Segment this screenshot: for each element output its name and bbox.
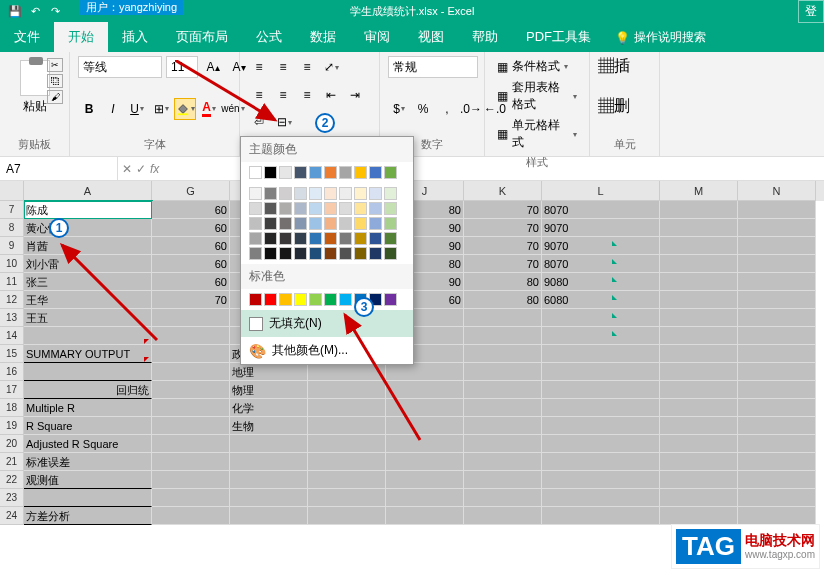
- cell-K19[interactable]: [464, 417, 542, 435]
- login-button[interactable]: 登: [798, 0, 824, 23]
- color-swatch[interactable]: [369, 187, 382, 200]
- row-header-17[interactable]: 17: [0, 381, 24, 399]
- cell-A19[interactable]: R Square: [24, 417, 152, 435]
- color-swatch[interactable]: [249, 217, 262, 230]
- cell-A18[interactable]: Multiple R: [24, 399, 152, 417]
- tab-data[interactable]: 数据: [296, 22, 350, 52]
- color-swatch[interactable]: [279, 247, 292, 260]
- color-swatch[interactable]: [309, 217, 322, 230]
- row-header-23[interactable]: 23: [0, 489, 24, 507]
- cell-A22[interactable]: 观测值: [24, 471, 152, 489]
- col-header-L[interactable]: L: [542, 181, 660, 201]
- cell-A23[interactable]: [24, 489, 152, 507]
- row-header-19[interactable]: 19: [0, 417, 24, 435]
- color-swatch[interactable]: [294, 202, 307, 215]
- align-bottom-icon[interactable]: ≡: [296, 56, 318, 78]
- row-header-7[interactable]: 7: [0, 201, 24, 219]
- cell-L12[interactable]: 6080: [542, 291, 660, 309]
- color-swatch[interactable]: [369, 247, 382, 260]
- tab-review[interactable]: 审阅: [350, 22, 404, 52]
- color-swatch[interactable]: [249, 232, 262, 245]
- color-swatch[interactable]: [309, 166, 322, 179]
- cell-N22[interactable]: [738, 471, 816, 489]
- cell-N10[interactable]: [738, 255, 816, 273]
- color-swatch[interactable]: [339, 166, 352, 179]
- cell-M11[interactable]: [660, 273, 738, 291]
- cell-J23[interactable]: [386, 489, 464, 507]
- row-header-16[interactable]: 16: [0, 363, 24, 381]
- cell-J21[interactable]: [386, 453, 464, 471]
- cell-I21[interactable]: [308, 453, 386, 471]
- color-swatch[interactable]: [294, 293, 307, 306]
- cell-M8[interactable]: [660, 219, 738, 237]
- color-swatch[interactable]: [264, 293, 277, 306]
- enter-formula-icon[interactable]: ✓: [136, 162, 146, 176]
- undo-icon[interactable]: ↶: [28, 4, 42, 18]
- cell-L9[interactable]: 9070: [542, 237, 660, 255]
- row-header-11[interactable]: 11: [0, 273, 24, 291]
- cell-L22[interactable]: [542, 471, 660, 489]
- color-swatch[interactable]: [279, 232, 292, 245]
- color-swatch[interactable]: [324, 166, 337, 179]
- color-swatch[interactable]: [264, 166, 277, 179]
- color-swatch[interactable]: [264, 247, 277, 260]
- format-as-table-button[interactable]: ▦套用表格格式▾: [493, 77, 581, 115]
- cell-K12[interactable]: 80: [464, 291, 542, 309]
- color-swatch[interactable]: [294, 232, 307, 245]
- align-right-icon[interactable]: ≡: [296, 84, 318, 106]
- cell-M20[interactable]: [660, 435, 738, 453]
- row-header-24[interactable]: 24: [0, 507, 24, 525]
- color-swatch[interactable]: [339, 232, 352, 245]
- cell-K16[interactable]: [464, 363, 542, 381]
- cell-A8[interactable]: 黄心怡: [24, 219, 152, 237]
- cell-K14[interactable]: [464, 327, 542, 345]
- row-header-12[interactable]: 12: [0, 291, 24, 309]
- color-swatch[interactable]: [309, 232, 322, 245]
- format-painter-icon[interactable]: 🖌: [47, 90, 63, 104]
- color-swatch[interactable]: [324, 217, 337, 230]
- color-swatch[interactable]: [354, 187, 367, 200]
- color-swatch[interactable]: [384, 217, 397, 230]
- row-header-15[interactable]: 15: [0, 345, 24, 363]
- cell-N17[interactable]: [738, 381, 816, 399]
- cell-K24[interactable]: [464, 507, 542, 525]
- cell-L11[interactable]: 9080: [542, 273, 660, 291]
- cell-L19[interactable]: [542, 417, 660, 435]
- color-swatch[interactable]: [384, 187, 397, 200]
- color-swatch[interactable]: [279, 293, 292, 306]
- cell-I24[interactable]: [308, 507, 386, 525]
- delete-cells-button[interactable]: ▦删: [598, 96, 651, 117]
- col-header-A[interactable]: A: [24, 181, 152, 201]
- cell-L10[interactable]: 8070: [542, 255, 660, 273]
- save-icon[interactable]: 💾: [8, 4, 22, 18]
- cell-K15[interactable]: [464, 345, 542, 363]
- cell-H17[interactable]: 物理: [230, 381, 308, 399]
- cell-L16[interactable]: [542, 363, 660, 381]
- cell-H21[interactable]: [230, 453, 308, 471]
- color-swatch[interactable]: [369, 217, 382, 230]
- cell-G16[interactable]: [152, 363, 230, 381]
- color-swatch[interactable]: [264, 232, 277, 245]
- currency-icon[interactable]: $▾: [388, 98, 410, 120]
- row-header-22[interactable]: 22: [0, 471, 24, 489]
- border-button[interactable]: ⊞▾: [150, 98, 172, 120]
- color-swatch[interactable]: [354, 217, 367, 230]
- col-header-G[interactable]: G: [152, 181, 230, 201]
- cell-K21[interactable]: [464, 453, 542, 471]
- cell-L8[interactable]: 9070: [542, 219, 660, 237]
- cell-G7[interactable]: 60: [152, 201, 230, 219]
- col-header-N[interactable]: N: [738, 181, 816, 201]
- fx-icon[interactable]: fx: [150, 162, 159, 176]
- cell-M13[interactable]: [660, 309, 738, 327]
- color-swatch[interactable]: [294, 166, 307, 179]
- number-format-select[interactable]: [388, 56, 478, 78]
- cell-L15[interactable]: [542, 345, 660, 363]
- cell-A20[interactable]: Adjusted R Square: [24, 435, 152, 453]
- cell-K17[interactable]: [464, 381, 542, 399]
- color-swatch[interactable]: [339, 293, 352, 306]
- cell-K18[interactable]: [464, 399, 542, 417]
- cell-L17[interactable]: [542, 381, 660, 399]
- cancel-formula-icon[interactable]: ✕: [122, 162, 132, 176]
- color-swatch[interactable]: [279, 187, 292, 200]
- row-header-9[interactable]: 9: [0, 237, 24, 255]
